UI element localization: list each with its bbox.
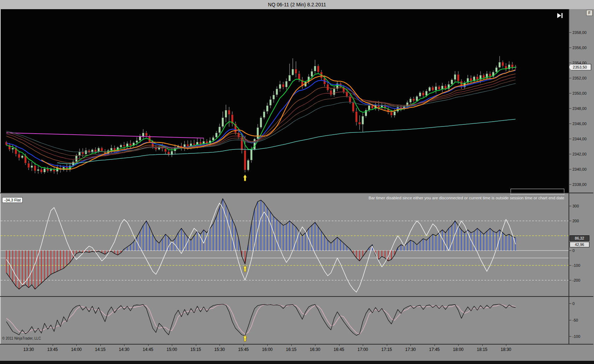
skip-to-end-icon: [557, 13, 564, 18]
buy-signal-arrow: [243, 335, 247, 341]
time-axis-label: 14:15: [95, 347, 105, 352]
panel-splitter-2[interactable]: [0, 296, 593, 297]
indicator2-canvas[interactable]: [1, 297, 569, 345]
time-axis-label: 14:30: [119, 347, 129, 352]
time-axis-label: 17:00: [357, 347, 368, 352]
indicator1-canvas[interactable]: [1, 193, 569, 296]
time-axis-tick: [506, 345, 506, 346]
axis-tick: [569, 48, 571, 48]
bar-timer-box: [511, 189, 564, 195]
price-panel[interactable]: [1, 9, 569, 193]
axis-tick: [569, 93, 571, 94]
ma-line-ma-very-slow: [57, 119, 516, 164]
price-axis-label: 2342,00: [572, 152, 587, 156]
time-axis-label: 14:00: [71, 347, 82, 352]
time-axis-label: 17:30: [405, 347, 416, 352]
indicator1-panel[interactable]: [1, 193, 569, 296]
time-axis-tick: [148, 345, 148, 346]
indicator-status-label: -34,3 Flat: [2, 197, 23, 203]
indicator-value-box: 42,96: [570, 242, 589, 247]
time-axis-separator: [0, 344, 593, 345]
bar-timer-message: Bar timer disabled since either you are …: [368, 196, 564, 200]
oscillator-line-fast: [6, 304, 516, 336]
time-axis-label: 16:45: [333, 347, 344, 352]
indicator-value-box: 86,32: [570, 235, 589, 241]
time-axis-label: 17:15: [381, 347, 392, 352]
axis-tick: [569, 139, 571, 139]
price-axis-label: 2346,00: [572, 122, 587, 126]
price-axis-label: 2358,00: [572, 30, 587, 35]
axis-tick: [569, 320, 571, 320]
axis-tick: [569, 33, 571, 33]
axis-tick: [569, 108, 571, 109]
axis-tick: [569, 336, 571, 337]
axis-tick: [569, 251, 571, 251]
time-axis-tick: [387, 345, 387, 346]
time-axis-tick: [267, 345, 268, 346]
panel-splitter-1[interactable]: [0, 193, 593, 193]
time-axis-tick: [76, 345, 77, 346]
time-axis-label: 14:45: [142, 347, 153, 352]
axis-tick: [569, 78, 571, 78]
price-axis-label: 2352,00: [572, 76, 587, 80]
oscillator-line-slow: [6, 305, 516, 334]
time-axis-label: 13:45: [47, 347, 58, 352]
time-axis-tick: [435, 345, 435, 346]
time-axis-label: 15:45: [238, 347, 249, 352]
axis-tick: [569, 265, 571, 266]
chart-title: NQ 06-11 (2 Min) 8.2.2011: [0, 0, 594, 9]
time-axis-tick: [124, 345, 124, 346]
axis-tick: [569, 184, 571, 185]
candlesticks: [5, 56, 517, 175]
price-axis-label: 2338,00: [572, 182, 587, 187]
time-axis-tick: [244, 345, 244, 346]
time-axis-tick: [363, 345, 363, 346]
indicator2-axis-label: -100: [572, 334, 580, 339]
time-axis-tick: [100, 345, 101, 346]
axis-tick: [569, 154, 571, 154]
histogram-bars: [6, 199, 516, 289]
price-axis-label: 2348,00: [572, 106, 587, 111]
plot-area: [1, 9, 569, 345]
price-axis-label: 2350,00: [572, 91, 587, 95]
indicator1-axis-label: 0: [572, 248, 575, 253]
indicator1-axis-label: 300: [572, 204, 579, 208]
time-axis-label: 16:15: [286, 347, 296, 352]
indicator2-axis-label: -50: [572, 318, 578, 322]
price-axis-label: 2344,00: [572, 137, 587, 141]
price-axis-separator: [569, 9, 569, 345]
chart-tab-f[interactable]: F: [586, 10, 593, 16]
buy-signal-arrow: [243, 175, 247, 181]
time-axis-tick: [196, 345, 196, 346]
time-axis-tick: [410, 345, 411, 346]
time-axis-tick: [315, 345, 315, 346]
time-axis-tick: [220, 345, 220, 346]
time-axis-tick: [172, 345, 172, 346]
axis-tick: [569, 124, 571, 124]
go-to-last-bar-button[interactable]: [557, 13, 564, 18]
time-axis[interactable]: 13:3013:4514:0014:1514:3014:4515:0015:15…: [0, 345, 594, 361]
time-axis-label: 18:15: [477, 347, 487, 352]
price-panel-canvas[interactable]: [1, 9, 569, 193]
axis-tick: [569, 169, 571, 170]
time-axis-tick: [29, 345, 29, 346]
ma-line-flat-pivot: [6, 133, 204, 138]
axis-tick: [569, 63, 571, 63]
price-axis-label: 2356,00: [572, 46, 587, 50]
indicator1-axis-label: -200: [572, 278, 580, 282]
time-axis-label: 15:30: [214, 347, 225, 352]
time-axis-label: 16:00: [262, 347, 273, 352]
copyright-text: © 2011 NinjaTrader, LLC: [2, 336, 41, 340]
indicator2-axis-label: 0: [572, 301, 575, 306]
indicator2-panel[interactable]: [1, 297, 569, 345]
time-axis-label: 17:45: [429, 347, 439, 352]
axis-tick: [569, 221, 571, 221]
time-axis-tick: [291, 345, 292, 346]
time-axis-label: 16:30: [310, 347, 320, 352]
value-axis-column[interactable]: 2353,50 86,32 42,96 2358,002356,002354,0…: [569, 9, 594, 345]
time-axis-tick: [482, 345, 483, 346]
buy-signal-arrow: [243, 265, 247, 272]
indicator1-axis-label: -100: [572, 263, 580, 268]
time-axis-label: 18:00: [453, 347, 464, 352]
window-bottom-edge: [0, 361, 594, 364]
